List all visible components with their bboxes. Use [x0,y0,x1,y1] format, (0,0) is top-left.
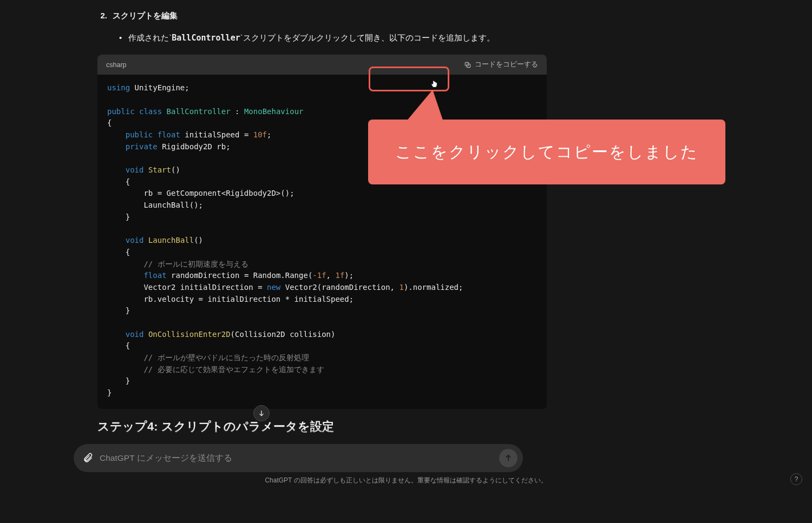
chat-message: 2. スクリプトを編集 • 作成された`BallController`スクリプト… [97,0,547,435]
annotation-highlight-box [369,67,449,91]
message-input-bar [74,444,523,472]
step-title: スクリプトを編集 [113,11,178,21]
message-input-container [74,444,523,472]
annotation-callout: ここをクリックしてコピーをしました [368,120,725,184]
arrow-down-icon [258,409,265,417]
next-step-heading: ステップ4: スクリプトのパラメータを設定 [97,419,547,435]
bullet-item: • 作成された`BallController`スクリプトをダブルクリックして開き… [119,31,547,45]
code-language-label: csharp [106,61,127,69]
bullet-marker: • [119,31,122,45]
step-number: 2. [97,11,107,21]
code-header: csharp コードをコピーする [97,55,547,75]
help-icon: ? [795,475,798,483]
disclaimer-text: ChatGPT の回答は必ずしも正しいとは限りません。重要な情報は確認するように… [0,476,812,485]
annotation-arrow [407,90,451,121]
attach-button[interactable] [82,453,93,464]
inline-code: BallController [172,33,240,43]
bullet-text: 作成された`BallController`スクリプトをダブルクリックして開き、以… [128,31,494,45]
paperclip-icon [82,453,93,464]
copy-code-button[interactable]: コードをコピーする [464,60,538,69]
scroll-to-bottom-button[interactable] [253,405,270,421]
send-button[interactable] [499,449,518,467]
step-heading: 2. スクリプトを編集 [97,11,547,21]
copy-code-label: コードをコピーする [475,60,538,69]
arrow-up-icon [504,454,513,462]
code-block: csharp コードをコピーする using UnityEngine; publ… [97,55,547,409]
copy-icon [464,61,472,69]
help-button[interactable]: ? [790,473,802,485]
annotation-text: ここをクリックしてコピーをしました [395,141,698,163]
message-input[interactable] [100,453,493,463]
